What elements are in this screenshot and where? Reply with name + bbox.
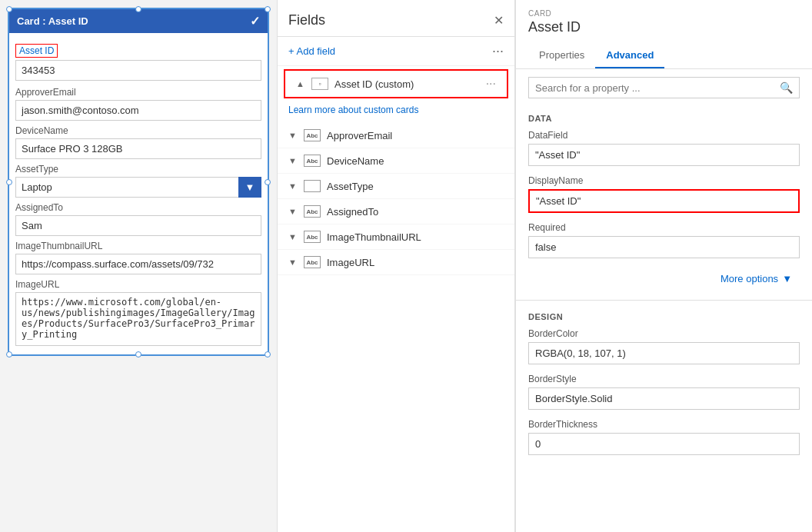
right-tabs: Properties Advanced [516, 43, 812, 69]
field-label-approveremail: ApproverEmail [15, 87, 261, 98]
card-body: Asset ID ApproverEmail DeviceName AssetT… [9, 33, 268, 354]
field-type-icon-text-3: Abc [304, 205, 321, 218]
field-item-devicename[interactable]: ▼ Abc DeviceName [278, 148, 514, 174]
right-header-label: CARD [516, 0, 812, 19]
handle-tr[interactable] [265, 6, 271, 12]
prop-label-required: Required [528, 222, 800, 233]
search-icon[interactable]: 🔍 [780, 81, 793, 94]
field-label-assignedto: AssignedTo [15, 202, 261, 213]
field-type-icon-text-5: Abc [304, 256, 321, 268]
field-item-name-imagethumbnailurl: ImageThumbnailURL [327, 231, 504, 243]
data-section-label: DATA [516, 106, 812, 127]
prop-group-bordercolor: BorderColor [516, 325, 812, 371]
field-input-approveremail[interactable] [15, 100, 261, 121]
prop-label-displayname: DisplayName [528, 175, 800, 186]
close-icon[interactable]: ✕ [494, 13, 504, 28]
search-row: 🔍 [528, 77, 800, 98]
tab-advanced[interactable]: Advanced [595, 43, 664, 68]
card-title: Card : Asset ID [17, 15, 88, 27]
prop-label-borderthickness: BorderThickness [528, 419, 800, 430]
field-item-approveremail[interactable]: ▼ Abc ApproverEmail [278, 123, 514, 148]
chevron-right-icon: ▼ [288, 258, 298, 267]
design-section: DESIGN BorderColor BorderStyle BorderThi… [516, 304, 812, 477]
left-panel: Card : Asset ID ✓ Asset ID ApproverEmail… [0, 0, 277, 532]
fields-panel: Fields ✕ + Add field ··· ▲ ▫ Asset ID (c… [277, 0, 515, 532]
prop-input-datafield[interactable] [528, 144, 800, 166]
handle-tl[interactable] [6, 6, 12, 12]
field-type-icon-text-2: Abc [304, 155, 321, 167]
field-item-imagethumbnailurl[interactable]: ▼ Abc ImageThumbnailURL [278, 224, 514, 250]
field-textarea-imageurl[interactable]: https://www.microsoft.com/global/en-us/n… [15, 292, 261, 346]
fields-more-button[interactable]: ··· [492, 43, 504, 59]
fields-title: Fields [288, 12, 325, 28]
field-item-name-assignedto: AssignedTo [327, 206, 504, 218]
field-item-assettype[interactable]: ▼ AssetType [278, 174, 514, 199]
divider [516, 300, 812, 301]
field-label-imagethumbnailurl: ImageThumbnailURL [15, 241, 261, 251]
field-item-name-imageurl: ImageURL [327, 257, 504, 268]
field-item-dots-icon[interactable]: ··· [486, 77, 496, 91]
fields-header: Fields ✕ [278, 0, 514, 37]
prop-label-bordercolor: BorderColor [528, 328, 800, 339]
field-input-asset-id[interactable] [15, 60, 261, 81]
handle-tc[interactable] [135, 6, 141, 12]
field-input-assignedto[interactable] [15, 215, 261, 236]
field-item-assignedto[interactable]: ▼ Abc AssignedTo [278, 199, 514, 224]
field-item-name-asset-id: Asset ID (custom) [334, 78, 482, 90]
fields-list: ▲ ▫ Asset ID (custom) ··· Learn more abo… [278, 66, 514, 532]
prop-group-borderthickness: BorderThickness [516, 416, 812, 461]
field-label-asset-id: Asset ID [15, 44, 58, 58]
field-item-imageurl[interactable]: ▼ Abc ImageURL [278, 250, 514, 275]
chevron-right-icon: ▼ [288, 156, 298, 165]
prop-group-datafield: DataField [516, 127, 812, 172]
more-options-button[interactable]: More options ▼ [713, 269, 800, 288]
prop-group-displayname: DisplayName [516, 172, 812, 219]
field-item-name-assettype: AssetType [327, 181, 504, 192]
field-label-assettype: AssetType [15, 164, 261, 175]
chevron-right-icon: ▼ [288, 181, 298, 191]
card-header: Card : Asset ID ✓ [9, 9, 268, 33]
right-panel: CARD Asset ID Properties Advanced 🔍 DATA… [515, 0, 812, 532]
add-field-row: + Add field ··· [278, 37, 514, 66]
prop-input-bordercolor[interactable] [528, 342, 800, 364]
prop-label-datafield: DataField [528, 130, 800, 141]
field-item-name-approveremail: ApproverEmail [327, 130, 504, 141]
prop-input-required[interactable] [528, 236, 800, 258]
chevron-down-icon: ▼ [238, 177, 261, 198]
design-section-label: DESIGN [516, 304, 812, 325]
field-input-imagethumbnailurl[interactable] [15, 254, 261, 274]
prop-label-borderstyle: BorderStyle [528, 374, 800, 384]
chevron-down-icon: ▼ [782, 273, 792, 284]
card-check-icon: ✓ [250, 14, 260, 28]
field-item-name-devicename: DeviceName [327, 155, 504, 167]
chevron-right-icon: ▼ [288, 131, 298, 140]
prop-group-borderstyle: BorderStyle [516, 371, 812, 416]
chevron-right-icon: ▼ [288, 207, 298, 216]
prop-group-required: Required [516, 219, 812, 264]
prop-input-displayname[interactable] [528, 189, 800, 213]
prop-input-borderstyle[interactable] [528, 387, 800, 410]
field-type-icon-text-4: Abc [304, 231, 321, 243]
field-select-assettype[interactable]: Laptop [15, 177, 261, 198]
card-container: Card : Asset ID ✓ Asset ID ApproverEmail… [8, 8, 269, 356]
custom-card-note[interactable]: Learn more about custom cards [278, 101, 514, 123]
add-field-button[interactable]: + Add field [288, 45, 335, 57]
right-header-title: Asset ID [516, 19, 812, 43]
field-label-devicename: DeviceName [15, 125, 261, 136]
more-options-label: More options [720, 273, 778, 284]
field-label-imageurl: ImageURL [15, 279, 261, 290]
field-type-icon-text-1: Abc [304, 129, 321, 141]
select-wrapper-assettype: Laptop ▼ [15, 177, 261, 198]
field-type-icon-rect: ▫ [311, 78, 328, 90]
tab-properties[interactable]: Properties [528, 43, 595, 68]
more-options-row: More options ▼ [516, 264, 812, 296]
field-input-devicename[interactable] [15, 138, 261, 159]
chevron-up-icon: ▲ [296, 79, 305, 88]
chevron-right-icon: ▼ [288, 232, 298, 241]
field-type-icon-grid [304, 180, 321, 192]
prop-input-borderthickness[interactable] [528, 433, 800, 455]
property-search-input[interactable] [535, 82, 780, 94]
field-item-asset-id[interactable]: ▲ ▫ Asset ID (custom) ··· [284, 69, 508, 98]
